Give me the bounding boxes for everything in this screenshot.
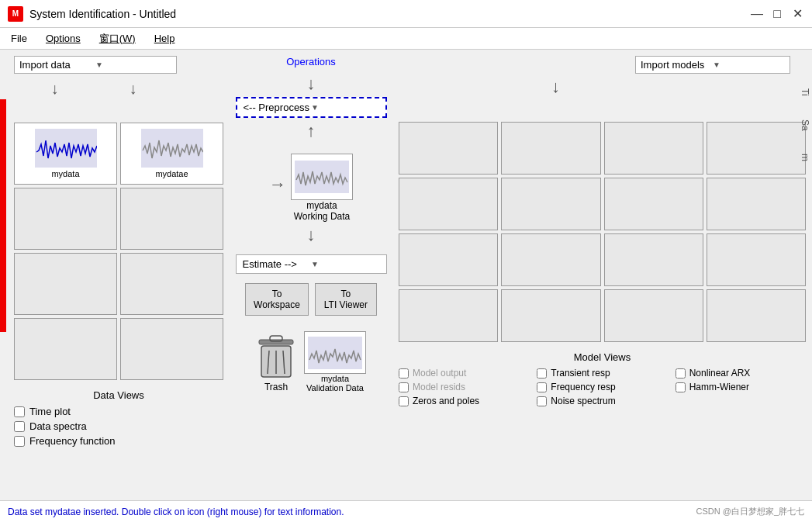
import-models-label: Import models [641, 59, 713, 71]
data-spectra-checkbox-item: Data spectra [14, 420, 223, 432]
data-cell-7[interactable] [14, 318, 117, 380]
model-cell-12[interactable] [707, 233, 806, 286]
model-cell-7[interactable] [604, 178, 703, 230]
hamm-wiener-label: Hamm-Wiener [689, 382, 749, 392]
freq-func-label: Frequency function [29, 435, 116, 447]
model-grid [399, 122, 806, 342]
preprocess-label: <-- Preprocess [244, 102, 312, 113]
zeros-poles-checkbox[interactable] [399, 396, 409, 406]
import-data-label: Import data [19, 59, 95, 71]
time-plot-checkbox[interactable] [14, 406, 25, 417]
data-cell-4[interactable] [120, 188, 223, 250]
mydatae-wave-icon [141, 129, 203, 168]
model-grid-arrow: ↓ [399, 77, 713, 97]
status-bar: Data set mydatae inserted. Double click … [0, 500, 812, 522]
time-plot-label: Time plot [29, 406, 71, 417]
middle-panel: Operations ↓ <-- Preprocess ▼ ↑ → mydata… [230, 56, 392, 494]
working-data-name: mydata [306, 200, 337, 211]
zeros-poles-item: Zeros and poles [399, 396, 529, 406]
working-data-right-arrow: → [269, 175, 286, 195]
data-cell-3[interactable] [14, 188, 117, 250]
svg-rect-3 [259, 340, 293, 344]
model-output-checkbox[interactable] [399, 368, 409, 379]
to-lti-viewer-button[interactable]: To LTI Viewer [315, 283, 377, 316]
model-cell-9[interactable] [399, 233, 498, 286]
freq-func-checkbox[interactable] [14, 436, 25, 447]
maximize-button[interactable]: □ [770, 7, 784, 21]
menu-file[interactable]: File [8, 31, 30, 46]
nonlinear-arx-item: Nonlinear ARX [676, 368, 806, 379]
working-data-sublabel: Working Data [294, 211, 350, 222]
title-bar: M System Identification - Untitled — □ ✕ [0, 0, 812, 28]
import-models-dropdown[interactable]: Import models ▼ [635, 56, 790, 74]
left-panel: Import data ▼ ↓ ↓ mydata [14, 56, 223, 494]
freq-resp-checkbox[interactable] [537, 382, 547, 392]
model-cell-16[interactable] [707, 289, 806, 342]
model-cell-1[interactable] [399, 122, 498, 175]
nonlinear-arx-checkbox[interactable] [676, 368, 686, 379]
model-resids-checkbox[interactable] [399, 382, 409, 392]
arrow-down-right: ↓ [95, 80, 171, 98]
working-data-row: → mydata Working Data [269, 147, 353, 222]
menu-help[interactable]: Help [151, 31, 178, 46]
model-views-section: Model Views Model output Transient resp … [399, 351, 806, 406]
menu-options[interactable]: Options [43, 31, 84, 46]
minimize-button[interactable]: — [750, 7, 764, 21]
operations-title: Operations [286, 56, 336, 67]
data-views-title: Data Views [14, 389, 223, 401]
validation-box[interactable] [304, 331, 366, 374]
data-cell-mydatae[interactable]: mydatae [120, 123, 223, 185]
to-workspace-button[interactable]: To Workspace [245, 283, 309, 316]
menu-window[interactable]: 窗口(W) [96, 30, 139, 47]
model-cell-11[interactable] [604, 233, 703, 286]
model-cell-4[interactable] [707, 122, 806, 175]
working-data-container: mydata Working Data [291, 154, 353, 222]
trash-container: Trash [256, 335, 296, 392]
noise-spectrum-checkbox[interactable] [537, 396, 547, 406]
import-data-dropdown[interactable]: Import data ▼ [14, 56, 177, 74]
validation-data-name: mydata [321, 374, 349, 383]
data-cell-8[interactable] [120, 318, 223, 380]
data-cell-6[interactable] [120, 253, 223, 315]
preprocess-dropdown[interactable]: <-- Preprocess ▼ [236, 97, 387, 118]
preprocess-dropdown-arrow: ▼ [311, 103, 379, 112]
validation-container: mydata Validation Data [304, 331, 366, 392]
model-output-label: Model output [413, 368, 466, 379]
import-models-row: Import models ▼ [399, 56, 798, 74]
model-resids-label: Model resids [413, 382, 465, 392]
main-content: Import data ▼ ↓ ↓ mydata [0, 50, 812, 500]
menu-bar: File Options 窗口(W) Help [0, 28, 812, 50]
model-cell-13[interactable] [399, 289, 498, 342]
nonlinear-arx-label: Nonlinear ARX [689, 368, 751, 379]
hamm-wiener-checkbox[interactable] [676, 382, 686, 392]
import-data-arrow: ▼ [95, 60, 171, 69]
data-cell-5[interactable] [14, 253, 117, 315]
transient-resp-label: Transient resp [551, 368, 610, 379]
working-data-box[interactable] [291, 154, 353, 200]
freq-resp-item: Frequency resp [537, 382, 667, 392]
zeros-poles-label: Zeros and poles [413, 396, 479, 406]
grid-arrows: ↓ ↓ [17, 80, 223, 98]
model-cell-14[interactable] [501, 289, 600, 342]
model-cell-2[interactable] [501, 122, 600, 175]
model-cell-6[interactable] [501, 178, 600, 230]
model-cell-5[interactable] [399, 178, 498, 230]
model-cell-8[interactable] [707, 178, 806, 230]
close-button[interactable]: ✕ [790, 7, 804, 21]
model-cell-15[interactable] [604, 289, 703, 342]
side-label-ti: Ti [800, 88, 810, 96]
model-cell-10[interactable] [501, 233, 600, 286]
data-spectra-checkbox[interactable] [14, 421, 25, 432]
data-cell-mydata[interactable]: mydata [14, 123, 117, 185]
to-buttons: To Workspace To LTI Viewer [245, 283, 377, 316]
transient-resp-checkbox[interactable] [537, 368, 547, 379]
app-icon: M [8, 6, 23, 22]
model-cell-3[interactable] [604, 122, 703, 175]
estimate-dropdown[interactable]: Estimate --> ▼ [236, 254, 387, 274]
data-views: Data Views Time plot Data spectra Freque… [14, 389, 223, 450]
trash-validation-row: Trash mydata Validation Data [256, 323, 366, 392]
time-plot-checkbox-item: Time plot [14, 406, 223, 417]
arrow-down-left: ↓ [17, 80, 92, 98]
estimate-dropdown-arrow: ▼ [311, 260, 380, 268]
data-spectra-label: Data spectra [29, 420, 87, 432]
